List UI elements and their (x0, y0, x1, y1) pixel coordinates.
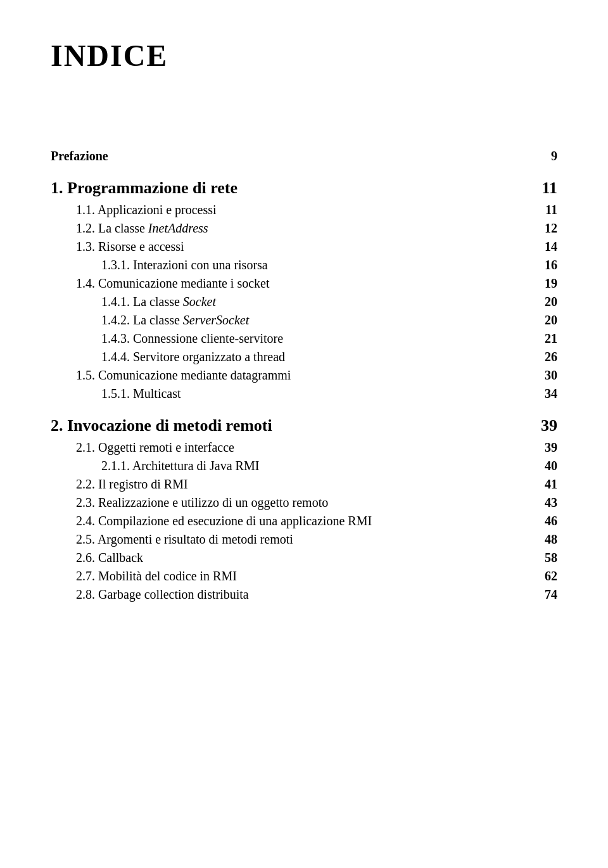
list-item: 2.5. Argomenti e risultato di metodi rem… (51, 532, 557, 547)
item-label: 1.5. Comunicazione mediante datagrammi (76, 368, 532, 383)
list-item: 2.4. Compilazione ed esecuzione di una a… (51, 514, 557, 528)
item-label: 1.2. La classe InetAddress (76, 221, 532, 236)
prefazione-label: Prefazione (51, 149, 532, 163)
item-page: 19 (532, 276, 557, 291)
toc-chapter-2: 2. Invocazione di metodi remoti 39 (51, 416, 557, 435)
item-label: 1.5.1. Multicast (101, 386, 532, 401)
item-page: 40 (532, 459, 557, 473)
item-label: 1.4. Comunicazione mediante i socket (76, 276, 532, 291)
item-page: 16 (532, 258, 557, 272)
item-label: 2.1. Oggetti remoti e interfacce (76, 440, 532, 455)
item-page: 12 (532, 221, 557, 236)
list-item: 1.1. Applicazioni e processi 11 (51, 203, 557, 217)
item-page: 20 (532, 313, 557, 328)
item-label: 1.3. Risorse e accessi (76, 239, 532, 254)
list-item: 1.5.1. Multicast 34 (51, 386, 557, 401)
item-page: 26 (532, 350, 557, 364)
list-item: 2.3. Realizzazione e utilizzo di un ogge… (51, 495, 557, 510)
item-page: 11 (532, 203, 557, 217)
item-label: 1.4.4. Servitore organizzato a thread (101, 350, 532, 364)
list-item: 1.4.4. Servitore organizzato a thread 26 (51, 350, 557, 364)
item-page: 58 (532, 551, 557, 565)
item-label: 2.6. Callback (76, 551, 532, 565)
list-item: 1.4. Comunicazione mediante i socket 19 (51, 276, 557, 291)
chapter1-label: 1. Programmazione di rete (51, 179, 532, 198)
item-label: 2.4. Compilazione ed esecuzione di una a… (76, 514, 532, 528)
item-page: 74 (532, 587, 557, 602)
item-page: 20 (532, 295, 557, 309)
list-item: 1.5. Comunicazione mediante datagrammi 3… (51, 368, 557, 383)
list-item: 2.8. Garbage collection distribuita 74 (51, 587, 557, 602)
list-item: 1.3.1. Interazioni con una risorsa 16 (51, 258, 557, 272)
list-item: 1.3. Risorse e accessi 14 (51, 239, 557, 254)
chapter1-page: 11 (532, 179, 557, 198)
item-label: 2.3. Realizzazione e utilizzo di un ogge… (76, 495, 532, 510)
page-title: INDICE (51, 38, 557, 73)
list-item: 2.7. Mobilità del codice in RMI 62 (51, 569, 557, 584)
item-label: 1.4.1. La classe Socket (101, 295, 532, 309)
toc-prefazione: Prefazione 9 (51, 149, 557, 163)
toc-chapter-1: 1. Programmazione di rete 11 (51, 179, 557, 198)
list-item: 2.6. Callback 58 (51, 551, 557, 565)
item-page: 43 (532, 495, 557, 510)
item-page: 62 (532, 569, 557, 584)
list-item: 1.4.2. La classe ServerSocket 20 (51, 313, 557, 328)
item-label: 1.4.2. La classe ServerSocket (101, 313, 532, 328)
list-item: 2.2. Il registro di RMI 41 (51, 477, 557, 492)
item-label: 2.7. Mobilità del codice in RMI (76, 569, 532, 584)
item-label: 2.1.1. Architettura di Java RMI (101, 459, 532, 473)
item-label: 1.1. Applicazioni e processi (76, 203, 532, 217)
chapter2-page: 39 (532, 416, 557, 435)
item-page: 46 (532, 514, 557, 528)
list-item: 1.4.1. La classe Socket 20 (51, 295, 557, 309)
item-label: 1.3.1. Interazioni con una risorsa (101, 258, 532, 272)
item-page: 30 (532, 368, 557, 383)
list-item: 2.1. Oggetti remoti e interfacce 39 (51, 440, 557, 455)
list-item: 2.1.1. Architettura di Java RMI 40 (51, 459, 557, 473)
item-page: 41 (532, 477, 557, 492)
item-label: 2.2. Il registro di RMI (76, 477, 532, 492)
list-item: 1.4.3. Connessione cliente-servitore 21 (51, 331, 557, 346)
item-page: 48 (532, 532, 557, 547)
item-label: 2.5. Argomenti e risultato di metodi rem… (76, 532, 532, 547)
chapter2-label: 2. Invocazione di metodi remoti (51, 416, 532, 435)
item-label: 2.8. Garbage collection distribuita (76, 587, 532, 602)
item-page: 39 (532, 440, 557, 455)
prefazione-page: 9 (532, 149, 557, 163)
item-page: 34 (532, 386, 557, 401)
item-label: 1.4.3. Connessione cliente-servitore (101, 331, 532, 346)
table-of-contents: Prefazione 9 1. Programmazione di rete 1… (51, 149, 557, 602)
item-page: 14 (532, 239, 557, 254)
list-item: 1.2. La classe InetAddress 12 (51, 221, 557, 236)
item-page: 21 (532, 331, 557, 346)
